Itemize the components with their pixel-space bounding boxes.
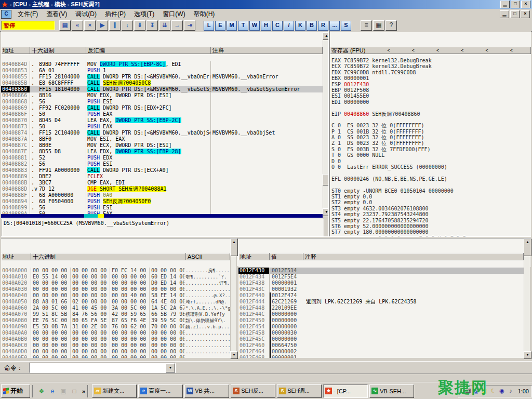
- disassembly-row[interactable]: 0040888F . 68 A0000000 PUSH 0A0: [1, 192, 323, 198]
- stack-row[interactable]: 0012F45C 00000000: [238, 336, 524, 342]
- register-line[interactable]: EDX 7C99C0D8 ntdll.7C99C0D8: [331, 70, 530, 75]
- pane-letter-button[interactable]: T: [238, 21, 248, 31]
- dump-scrollbar-down-arrow[interactable]: ▼: [230, 351, 238, 359]
- pane-letter-button[interactable]: W: [249, 21, 260, 31]
- disassembly-row[interactable]: 00408853 . 6A 01 PUSH 1: [1, 68, 323, 74]
- register-line[interactable]: [331, 117, 530, 123]
- register-line[interactable]: ST2 empty 0.0: [331, 200, 530, 205]
- disassembly-row[interactable]: 00408883 . FF91 A0000000 CALL DWORD PTR …: [1, 167, 323, 174]
- register-line[interactable]: ST5 empty 22.176470588235294720: [331, 218, 530, 223]
- dump-row[interactable]: 0040A060 2A 00 5C 0041 00 45 003A 00 5C …: [1, 305, 230, 311]
- disassembly-row[interactable]: 00408860 FF15 18104000 CALL DWORD PTR DS…: [1, 86, 323, 92]
- pane-letter-button[interactable]: R: [318, 21, 328, 31]
- stack-row[interactable]: 0012F464 00000002: [238, 349, 524, 355]
- dump-row[interactable]: 0040A010 E0 55 14 0000 00 00 0000 00 00 …: [1, 274, 230, 280]
- stack-row[interactable]: 0012F444 62C21269 返回到 LPK.62C21269 来自 LP…: [238, 299, 524, 305]
- pane-letter-button[interactable]: H: [261, 21, 271, 31]
- pane-letter-button[interactable]: K: [295, 21, 305, 31]
- tray-volume-icon[interactable]: ♪: [507, 387, 515, 395]
- close-button[interactable]: ×: [521, 1, 530, 8]
- menu-item[interactable]: 帮助(H): [190, 9, 219, 20]
- command-input[interactable]: [30, 363, 166, 373]
- dump-row[interactable]: 0040A090 E5 5D 0B 7A31 00 2E 0076 00 62 …: [1, 324, 230, 330]
- disassembly-row[interactable]: 00408899 . 56 PUSH ESI: [1, 205, 323, 211]
- quick-launch-chevron-icon[interactable]: »: [82, 388, 85, 394]
- disassembly-row[interactable]: 0040887C . 8B0E MOV ECX, DWORD PTR DS:[E…: [1, 142, 323, 149]
- disassembly-row[interactable]: 0040886F . 50 PUSH EAX: [1, 111, 323, 117]
- cpu-window-icon[interactable]: C: [1, 10, 11, 19]
- register-line[interactable]: ST3 empty 4632.0034602076108800: [331, 206, 530, 211]
- task-button[interactable]: ∿ VB-SEH...: [369, 384, 414, 398]
- task-button[interactable]: W VB 共...: [184, 384, 229, 398]
- tray-app1-icon[interactable]: ▣: [472, 387, 480, 395]
- disassembly-row[interactable]: 0040887E . 8D55 D8 LEA EDX, DWORD PTR SS…: [1, 149, 323, 155]
- register-line[interactable]: [331, 182, 530, 188]
- help-icon[interactable]: ?: [385, 20, 397, 31]
- start-button[interactable]: 开始: [1, 384, 30, 398]
- menu-item[interactable]: 选项(T): [130, 9, 158, 20]
- child-close-button[interactable]: ×: [521, 10, 530, 18]
- pane-letter-button[interactable]: S: [341, 21, 351, 31]
- stack-row[interactable]: 0012F440 0012F474: [238, 292, 524, 299]
- register-line[interactable]: ST7 empty 180.00000000000000000: [331, 229, 530, 235]
- dump-scrollbar-up-arrow[interactable]: ▲: [230, 238, 238, 246]
- register-line[interactable]: ESP 0012F430: [331, 82, 530, 87]
- quicklaunch-media-icon[interactable]: □: [70, 387, 79, 396]
- register-line[interactable]: EDI 00000000: [331, 99, 530, 105]
- stack-row[interactable]: 0012F460 00664750: [238, 342, 524, 349]
- stack-row[interactable]: 0012F44C 00000000: [238, 311, 524, 317]
- animate-into-icon[interactable]: ↧: [147, 20, 158, 31]
- register-line[interactable]: C 0 ES 0023 32 位 0(FFFFFFFF): [331, 123, 530, 128]
- minimize-button[interactable]: ▁: [500, 1, 510, 8]
- disassembly-row[interactable]: 0040888B . 3BC7 CMP EAX, EDI: [1, 180, 323, 186]
- register-line[interactable]: O 0 LastErr ERROR_SUCCESS (00000000): [331, 164, 530, 170]
- dump-scrollbar[interactable]: ▲ ▼: [230, 238, 237, 358]
- register-line[interactable]: EBX 00000001: [331, 75, 530, 81]
- run-to-return-icon[interactable]: →: [171, 20, 183, 31]
- register-line[interactable]: A 0 SS 0023 32 位 0(FFFFFFFF): [331, 135, 530, 140]
- restore-button[interactable]: □: [511, 1, 520, 8]
- command-dropdown-arrow[interactable]: ▼: [166, 363, 175, 373]
- register-line[interactable]: EFL 00000246 (NO,NB,E,BE,NS,PE,GE,LE): [331, 176, 530, 182]
- task-button[interactable]: ▱ 新建文...: [92, 384, 137, 398]
- tray-network-icon[interactable]: ◉: [498, 387, 506, 395]
- dump-row[interactable]: 0040A040 00 00 00 0000 00 00 0000 00 40 …: [1, 292, 230, 299]
- register-line[interactable]: D 0: [331, 158, 530, 164]
- register-line[interactable]: ST1 empty 0.0: [331, 194, 530, 200]
- task-button[interactable]: ★ - [CP...: [323, 384, 368, 398]
- colors-icon[interactable]: ▦: [373, 20, 384, 31]
- quicklaunch-msn-icon[interactable]: ❖: [37, 387, 46, 396]
- pane-letter-button[interactable]: /: [284, 21, 294, 31]
- stack-scrollbar[interactable]: ▲ ▼: [524, 238, 530, 358]
- task-button[interactable]: S SEH反...: [231, 384, 275, 398]
- close-process-icon[interactable]: ×: [84, 20, 96, 31]
- step-over-icon[interactable]: ⇓: [134, 20, 145, 31]
- disassembly-row[interactable]: 00408881 . 52 PUSH EDX: [1, 155, 323, 161]
- dump-row[interactable]: 0040A030 00 00 00 0000 00 00 0000 00 00 …: [1, 286, 230, 292]
- register-line[interactable]: T 0 GS 0000 NULL: [331, 152, 530, 158]
- pane-letter-button[interactable]: E: [215, 21, 225, 31]
- register-line[interactable]: ST0 empty -UNORM BCE0 01050104 00000000: [331, 188, 530, 194]
- register-line[interactable]: ESI 001455E0: [331, 93, 530, 99]
- disassembly-row[interactable]: 0040887A . 8BF0 MOV ESI, EAX: [1, 136, 323, 142]
- dump-row[interactable]: 0040A080 EE 76 5C 00B0 65 FA 5E87 65 F6 …: [1, 317, 230, 324]
- disassembly-row[interactable]: 00408869 . FF92 FC020000 CALL DWORD PTR …: [1, 105, 323, 111]
- disassembly-row[interactable]: 0040885B . E8 68C8FFFF CALL SEH反调?004050…: [1, 80, 323, 86]
- pane-letter-button[interactable]: C: [272, 21, 283, 31]
- quicklaunch-ie-icon[interactable]: e: [48, 387, 57, 396]
- tray-keyboard-icon[interactable]: ⌨: [463, 387, 471, 395]
- stack-scrollbar-down-arrow[interactable]: ▼: [524, 351, 531, 359]
- disassembly-row[interactable]: 00408894 . 68 F0504000 PUSH SEH反调?004050…: [1, 198, 323, 205]
- disassembly-row[interactable]: 0040884D . 89BD 74FFFFFF MOV DWORD PTR S…: [1, 61, 323, 68]
- register-line[interactable]: [331, 170, 530, 176]
- tray-app2-icon[interactable]: ▣: [481, 387, 488, 395]
- register-line[interactable]: S 0 FS 003B 32 位 7FFDF000(FFF): [331, 147, 530, 152]
- menu-item[interactable]: 插件(P): [101, 9, 130, 20]
- dump-row[interactable]: 0040A070 99 51 8C 5B84 76 56 0042 00 59 …: [1, 311, 230, 317]
- animate-over-icon[interactable]: ⇊: [159, 20, 170, 31]
- disassembly-row[interactable]: 00408868 . 56 PUSH ESI: [1, 99, 323, 105]
- disassembly-row[interactable]: 00408870 . 8D45 D4 LEA EAX, DWORD PTR SS…: [1, 117, 323, 124]
- register-line[interactable]: EBP 0012F508: [331, 87, 530, 93]
- register-line[interactable]: ST4 empty 23237.792387543244800: [331, 211, 530, 217]
- dump-row[interactable]: 0040A0A0 00 00 00 0000 00 00 0000 00 00 …: [1, 330, 230, 336]
